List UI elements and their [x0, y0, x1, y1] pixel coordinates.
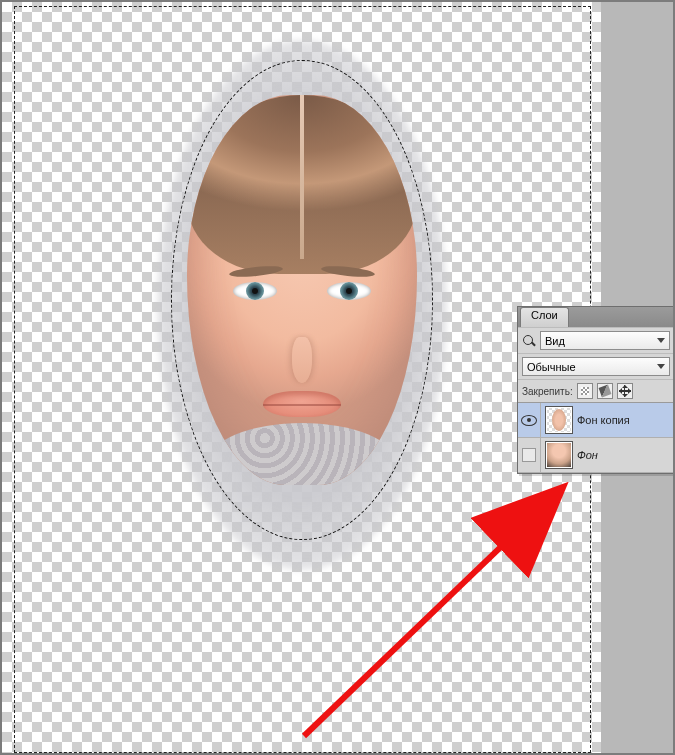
visibility-toggle[interactable]	[518, 438, 541, 472]
lock-label: Закрепить:	[522, 386, 573, 397]
brush-icon	[598, 385, 611, 398]
layer-name: Фон копия	[577, 414, 630, 426]
lock-transparency-button[interactable]	[577, 383, 593, 399]
panel-tabbar: Слои	[518, 307, 674, 327]
blend-row: Обычные	[518, 353, 674, 379]
search-icon	[522, 334, 536, 348]
chevron-down-icon	[657, 338, 665, 343]
layer-filter-value: Вид	[545, 335, 565, 347]
blend-mode-value: Обычные	[527, 361, 576, 373]
visibility-toggle[interactable]	[518, 403, 541, 437]
layer-name: Фон	[577, 449, 598, 461]
document-canvas[interactable]	[2, 2, 601, 753]
layer-thumbnail[interactable]	[545, 441, 573, 469]
visibility-off-icon	[522, 448, 536, 462]
layer-filter-dropdown[interactable]: Вид	[540, 331, 670, 350]
eye-icon	[521, 415, 537, 426]
lock-row: Закрепить:	[518, 379, 674, 402]
layer-item-background[interactable]: Фон	[518, 438, 674, 473]
transparency-icon	[581, 387, 589, 395]
lock-position-button[interactable]	[617, 383, 633, 399]
app-stage: Слои Вид Обычные Закрепить:	[0, 0, 675, 755]
lock-pixels-button[interactable]	[597, 383, 613, 399]
portrait-layer	[157, 40, 447, 570]
selection-ellipse	[171, 60, 433, 540]
layer-list: Фон копия Фон	[518, 402, 674, 473]
layers-panel: Слои Вид Обычные Закрепить:	[517, 306, 675, 474]
chevron-down-icon	[657, 364, 665, 369]
tab-layers[interactable]: Слои	[520, 307, 569, 327]
layer-item-copy[interactable]: Фон копия	[518, 403, 674, 438]
layer-thumbnail[interactable]	[545, 406, 573, 434]
blend-mode-dropdown[interactable]: Обычные	[522, 357, 670, 376]
move-icon	[619, 385, 631, 397]
filter-row: Вид	[518, 327, 674, 353]
